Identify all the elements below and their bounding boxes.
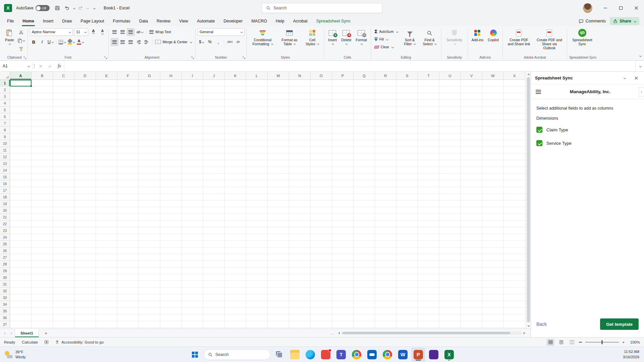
zoom-slider[interactable] — [585, 342, 619, 343]
column-header-b[interactable]: B — [32, 72, 53, 80]
close-button[interactable] — [629, 0, 644, 16]
row-header-14[interactable]: 14 — [0, 167, 10, 174]
column-header-e[interactable]: E — [96, 72, 117, 80]
autosum-button[interactable]: ΣAutoSum — [373, 28, 399, 35]
redo-menu-chevron-icon[interactable] — [87, 7, 89, 9]
share-button[interactable]: Share — [610, 17, 639, 25]
row-header-15[interactable]: 15 — [0, 174, 10, 180]
weather-widget[interactable]: 39°F Windy — [4, 350, 26, 359]
row-header-33[interactable]: 33 — [0, 294, 10, 301]
comma-style-button[interactable]: , — [214, 38, 222, 46]
undo-button[interactable] — [63, 4, 71, 12]
column-header-i[interactable]: I — [182, 72, 203, 80]
insert-cells-button[interactable]: + Insert — [326, 27, 338, 47]
pane-collapse-button[interactable]: ‹ — [639, 87, 644, 97]
column-header-q[interactable]: Q — [354, 72, 375, 80]
column-header-h[interactable]: H — [160, 72, 182, 80]
autosave-toggle[interactable]: Off — [36, 5, 50, 11]
tab-acrobat[interactable]: Acrobat — [289, 16, 312, 26]
sort-filter-button[interactable]: Sort & Filter — [400, 27, 419, 47]
column-header-x[interactable]: X — [504, 72, 525, 80]
customize-quick-access-button[interactable] — [90, 4, 98, 12]
horizontal-scrollbar-thumb[interactable] — [342, 332, 510, 334]
row-header-6[interactable]: 6 — [0, 113, 10, 120]
save-button[interactable] — [53, 4, 62, 12]
collapse-ribbon-button[interactable] — [639, 54, 641, 58]
cancel-entry-button[interactable] — [36, 61, 45, 71]
tab-data[interactable]: Data — [135, 16, 152, 26]
tab-developer[interactable]: Developer — [219, 16, 247, 26]
increase-decimal-button[interactable]: .00 — [226, 38, 233, 46]
row-header-11[interactable]: 11 — [0, 147, 10, 154]
format-as-table-button[interactable]: Format as Table — [277, 27, 302, 47]
tab-view[interactable]: View — [175, 16, 193, 26]
row-header-7[interactable]: 7 — [0, 120, 10, 127]
row-header-37[interactable]: 37 — [0, 321, 10, 328]
select-all-corner[interactable] — [0, 72, 10, 80]
column-header-o[interactable]: O — [311, 72, 332, 80]
font-dialog-launcher[interactable] — [104, 56, 107, 59]
vertical-scrollbar[interactable] — [526, 72, 531, 328]
align-left-button[interactable] — [111, 38, 118, 46]
insert-function-button[interactable]: fx — [55, 61, 64, 71]
row-header-27[interactable]: 27 — [0, 254, 10, 261]
column-header-w[interactable]: W — [482, 72, 504, 80]
row-header-25[interactable]: 25 — [0, 241, 10, 247]
scroll-up-arrow[interactable] — [526, 72, 531, 76]
bold-button[interactable]: B — [30, 38, 38, 46]
create-pdf-share-outlook-button[interactable]: Create PDF and Share via Outlook — [534, 27, 565, 51]
row-header-28[interactable]: 28 — [0, 261, 10, 267]
row-header-4[interactable]: 4 — [0, 100, 10, 107]
create-pdf-share-link-button[interactable]: Create PDF and Share link — [505, 27, 533, 47]
column-header-c[interactable]: C — [53, 72, 74, 80]
row-header-35[interactable]: 35 — [0, 308, 10, 314]
row-header-2[interactable]: 2 — [0, 86, 10, 93]
decrease-indent-button[interactable] — [135, 38, 143, 46]
row-header-21[interactable]: 21 — [0, 214, 10, 221]
column-header-n[interactable]: N — [289, 72, 311, 80]
decrease-font-size-button[interactable]: A — [99, 28, 106, 36]
task-view-icon[interactable] — [273, 348, 286, 361]
pane-menu-button[interactable] — [536, 90, 541, 94]
edge-icon[interactable] — [304, 348, 317, 361]
row-header-18[interactable]: 18 — [0, 194, 10, 200]
sheet-tab-sheet1[interactable]: Sheet1 — [15, 329, 39, 337]
underline-button[interactable]: U — [47, 38, 54, 46]
column-header-v[interactable]: V — [461, 72, 482, 80]
decrease-decimal-button[interactable]: .0 — [234, 38, 242, 46]
next-sheet-button[interactable]: › — [8, 330, 15, 336]
maximize-button[interactable] — [613, 0, 629, 16]
formula-input[interactable] — [64, 61, 635, 71]
formula-bar-drag-handle[interactable] — [33, 61, 36, 71]
vertical-scrollbar-thumb[interactable] — [527, 77, 530, 322]
accessibility-checker[interactable]: Accessibility: Good to go — [55, 340, 104, 344]
format-painter-button[interactable] — [17, 45, 25, 53]
purple-app-icon[interactable] — [427, 348, 440, 361]
column-header-p[interactable]: P — [332, 72, 354, 80]
scroll-right-arrow[interactable] — [524, 332, 525, 335]
word-icon[interactable]: W — [396, 348, 410, 361]
row-header-22[interactable]: 22 — [0, 221, 10, 227]
column-header-l[interactable]: L — [246, 72, 268, 80]
browser-icon[interactable] — [381, 348, 394, 361]
tab-insert[interactable]: Insert — [39, 16, 58, 26]
find-select-button[interactable]: Find & Select — [420, 27, 439, 47]
row-header-16[interactable]: 16 — [0, 180, 10, 187]
cells[interactable] — [10, 80, 526, 328]
column-header-f[interactable]: F — [117, 72, 139, 80]
page-break-view-button[interactable] — [568, 339, 576, 346]
number-dialog-launcher[interactable] — [243, 56, 246, 59]
row-header-13[interactable]: 13 — [0, 160, 10, 167]
addins-button[interactable]: Add-ins — [470, 27, 485, 43]
percent-style-button[interactable]: % — [206, 38, 214, 46]
column-header-t[interactable]: T — [418, 72, 439, 80]
font-size-combo[interactable]: 11 — [74, 28, 88, 36]
wrap-text-button[interactable]: Wrap Text — [148, 28, 172, 36]
normal-view-button[interactable] — [547, 339, 554, 346]
office-search-box[interactable]: Search — [262, 3, 382, 13]
row-header-26[interactable]: 26 — [0, 247, 10, 254]
row-header-34[interactable]: 34 — [0, 301, 10, 308]
cell-styles-button[interactable]: Cell Styles — [303, 27, 322, 47]
row-header-36[interactable]: 36 — [0, 314, 10, 321]
pane-options-button[interactable] — [621, 74, 628, 82]
